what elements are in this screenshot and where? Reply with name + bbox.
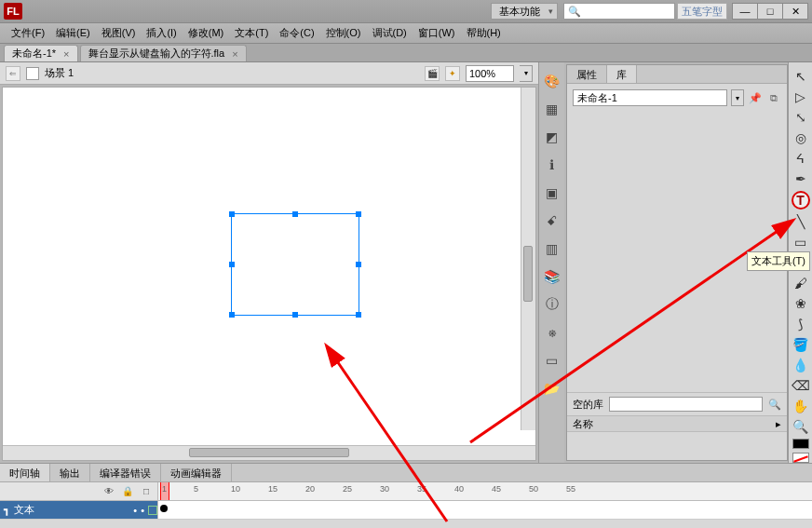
new-library-icon[interactable]: ⧉: [766, 90, 781, 105]
vertical-scrollbar[interactable]: [521, 88, 535, 430]
frames-area[interactable]: [158, 501, 812, 519]
brush-tool[interactable]: 🖌: [792, 275, 810, 291]
panel-icon[interactable]: ▦: [543, 100, 562, 118]
resize-handle[interactable]: [356, 211, 361, 217]
3d-rotation-tool[interactable]: ◎: [792, 129, 810, 146]
document-tab-active[interactable]: 未命名-1*×: [4, 45, 78, 61]
search-input[interactable]: 🔍: [563, 3, 675, 20]
app-logo: FL: [4, 3, 22, 20]
lock-toggle[interactable]: •: [141, 505, 144, 516]
workspace-switcher[interactable]: 基本功能: [491, 3, 558, 20]
resize-handle[interactable]: [356, 262, 361, 267]
transform-panel-icon[interactable]: ▣: [543, 183, 562, 202]
tab-compiler-errors[interactable]: 编译器错误: [90, 464, 161, 481]
scene-icon: [26, 67, 39, 80]
menu-commands[interactable]: 命令(C): [274, 24, 319, 42]
menu-edit[interactable]: 编辑(E): [50, 24, 96, 42]
search-icon: 🔍: [568, 6, 581, 18]
selection-tool[interactable]: ↖: [792, 68, 810, 85]
ink-bottle-tool[interactable]: 💧: [792, 357, 810, 373]
outline-icon[interactable]: □: [141, 486, 152, 497]
panel-icon[interactable]: ▭: [543, 351, 562, 370]
panel-icon[interactable]: ꗃ: [543, 211, 562, 230]
resize-handle[interactable]: [229, 211, 235, 217]
ime-indicator[interactable]: 五笔字型: [677, 3, 727, 20]
layer-name[interactable]: 文本: [14, 503, 34, 517]
close-icon[interactable]: ×: [63, 48, 69, 60]
resize-handle[interactable]: [356, 312, 361, 318]
menu-view[interactable]: 视图(V): [96, 24, 142, 42]
keyframe[interactable]: [160, 505, 168, 512]
swatches-panel-icon[interactable]: 🎨: [543, 72, 562, 90]
menu-window[interactable]: 窗口(W): [413, 24, 461, 42]
text-tool[interactable]: T: [792, 191, 810, 210]
library-search-input[interactable]: [609, 397, 763, 412]
zoom-dropdown[interactable]: ▾: [520, 65, 533, 82]
resize-handle[interactable]: [229, 262, 235, 267]
panel-icon[interactable]: ⓘ: [543, 295, 562, 314]
subselection-tool[interactable]: ▷: [792, 88, 810, 105]
eraser-tool[interactable]: ⌫: [792, 377, 810, 394]
menu-modify[interactable]: 修改(M): [183, 24, 230, 42]
resize-handle[interactable]: [292, 211, 298, 217]
menu-file[interactable]: 文件(F): [6, 24, 50, 42]
bone-tool[interactable]: ⟆: [792, 316, 810, 332]
align-panel-icon[interactable]: ◩: [543, 128, 562, 146]
deco-tool[interactable]: ❀: [792, 295, 810, 312]
zoom-tool[interactable]: 🔍: [792, 418, 810, 435]
back-button[interactable]: ⇐: [6, 66, 20, 81]
info-panel-icon[interactable]: ℹ: [543, 156, 562, 174]
tab-timeline[interactable]: 时间轴: [0, 464, 50, 481]
pen-tool[interactable]: ✒: [792, 170, 810, 187]
tab-library[interactable]: 库: [607, 65, 637, 83]
rectangle-tool[interactable]: ▭: [792, 234, 810, 250]
stroke-color-swatch[interactable]: [792, 439, 809, 449]
window-close-button[interactable]: ✕: [782, 3, 808, 20]
menu-control[interactable]: 控制(O): [320, 24, 367, 42]
eye-toggle[interactable]: •: [133, 505, 137, 516]
fill-color-swatch[interactable]: [792, 453, 809, 463]
library-doc-select[interactable]: [573, 89, 727, 106]
free-transform-tool[interactable]: ⤡: [792, 109, 810, 126]
tab-motion-editor[interactable]: 动画编辑器: [161, 464, 232, 481]
document-tabs: 未命名-1*× 舞台显示从键盘输入的字符.fla×: [0, 44, 812, 62]
menu-debug[interactable]: 调试(D): [367, 24, 413, 42]
text-field-selection[interactable]: [231, 213, 359, 316]
horizontal-scrollbar[interactable]: [3, 445, 535, 460]
scene-label: 场景 1: [45, 66, 74, 80]
search-icon: 🔍: [768, 399, 781, 411]
outline-toggle[interactable]: [148, 506, 157, 515]
panel-icon[interactable]: ⎈: [543, 323, 562, 342]
tab-output[interactable]: 输出: [50, 464, 90, 481]
line-tool[interactable]: ╲: [792, 213, 810, 230]
zoom-input[interactable]: 100%: [466, 65, 514, 82]
text-tool-tooltip: 文本工具(T): [747, 251, 810, 271]
panel-icon[interactable]: 📂: [543, 379, 562, 398]
pin-icon[interactable]: 📌: [748, 90, 763, 105]
panel-icon[interactable]: 📚: [543, 267, 562, 286]
library-name-header[interactable]: 名称: [573, 417, 593, 431]
dropdown-icon[interactable]: ▾: [731, 89, 744, 106]
eye-icon[interactable]: 👁: [103, 486, 115, 497]
tab-properties[interactable]: 属性: [567, 65, 607, 83]
window-minimize-button[interactable]: —: [732, 3, 758, 20]
layer-row[interactable]: ┓ 文本 • •: [0, 501, 158, 519]
edit-scene-icon[interactable]: 🎬: [425, 66, 440, 81]
panel-icon[interactable]: ▥: [543, 239, 562, 258]
stage[interactable]: [3, 88, 535, 445]
hand-tool[interactable]: ✋: [792, 398, 810, 414]
lasso-tool[interactable]: ᔦ: [792, 150, 810, 167]
resize-handle[interactable]: [292, 312, 298, 318]
menu-help[interactable]: 帮助(H): [461, 24, 507, 42]
paint-bucket-tool[interactable]: 🪣: [792, 336, 810, 353]
document-tab[interactable]: 舞台显示从键盘输入的字符.fla×: [80, 45, 247, 61]
menu-text[interactable]: 文本(T): [229, 24, 274, 42]
title-bar: FL 基本功能 🔍 五笔字型 — □ ✕: [0, 0, 812, 23]
close-icon[interactable]: ×: [232, 48, 237, 60]
edit-symbol-icon[interactable]: ✦: [445, 66, 460, 81]
resize-handle[interactable]: [229, 312, 235, 318]
menu-insert[interactable]: 插入(I): [141, 24, 182, 42]
window-maximize-button[interactable]: □: [757, 3, 783, 20]
frame-ruler[interactable]: 1 5 10 15 20 25 30 35 40 45 50 55: [158, 482, 812, 500]
lock-icon[interactable]: 🔒: [122, 486, 133, 497]
